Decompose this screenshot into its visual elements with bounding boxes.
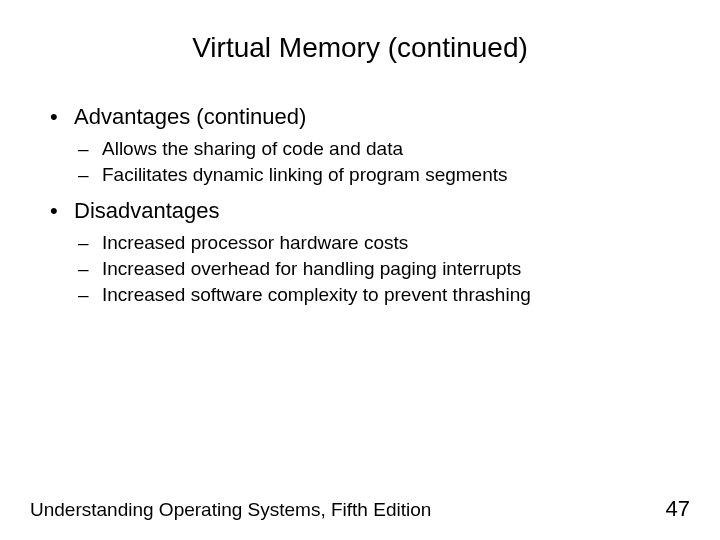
bullet-disadvantages: Disadvantages <box>50 198 690 224</box>
sub-bullet: Allows the sharing of code and data <box>78 138 690 160</box>
slide-footer: Understanding Operating Systems, Fifth E… <box>30 496 690 522</box>
sub-bullet: Increased processor hardware costs <box>78 232 690 254</box>
slide-content: Advantages (continued) Allows the sharin… <box>30 104 690 306</box>
slide: Virtual Memory (continued) Advantages (c… <box>0 0 720 540</box>
sub-bullet: Increased overhead for handling paging i… <box>78 258 690 280</box>
slide-title: Virtual Memory (continued) <box>30 32 690 64</box>
footer-text: Understanding Operating Systems, Fifth E… <box>30 499 431 521</box>
bullet-advantages: Advantages (continued) <box>50 104 690 130</box>
page-number: 47 <box>666 496 690 522</box>
sub-bullet: Facilitates dynamic linking of program s… <box>78 164 690 186</box>
sub-bullet: Increased software complexity to prevent… <box>78 284 690 306</box>
